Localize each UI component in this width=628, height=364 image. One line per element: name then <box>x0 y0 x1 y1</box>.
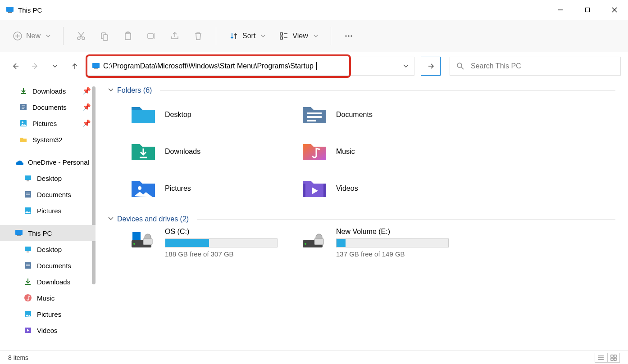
svg-rect-17 <box>148 34 153 38</box>
folder-item-documents[interactable]: Documents <box>301 99 472 130</box>
maximize-button[interactable] <box>574 0 601 20</box>
doc-icon <box>23 190 32 199</box>
svg-rect-14 <box>103 35 108 40</box>
drive-item-e[interactable]: New Volume (E:) 137 GB free of 149 GB <box>301 228 472 258</box>
sidebar-item-pictures[interactable]: Pictures 📌 <box>0 115 96 131</box>
video-icon <box>23 326 32 335</box>
desktop-folder-icon <box>130 103 157 126</box>
svg-point-28 <box>457 63 462 67</box>
cut-button[interactable] <box>71 26 91 46</box>
sidebar-item-od-desktop[interactable]: Desktop <box>0 170 96 186</box>
back-button[interactable] <box>7 58 23 74</box>
sidebar-item-pc-documents[interactable]: Documents <box>0 257 96 274</box>
sidebar-item-pc-music[interactable]: Music <box>0 290 96 306</box>
sidebar-item-downloads[interactable]: Downloads 📌 <box>0 83 96 99</box>
desktop-icon <box>23 245 32 254</box>
folder-label: Pictures <box>165 184 191 193</box>
folder-item-desktop[interactable]: Desktop <box>130 99 301 130</box>
sidebar-item-od-pictures[interactable]: Pictures <box>0 202 96 219</box>
address-bar[interactable]: C:\ProgramData\Microsoft\Windows\Start M… <box>86 57 414 76</box>
rename-button[interactable] <box>141 26 162 46</box>
sidebar-item-label: This PC <box>28 229 52 237</box>
pc-icon <box>5 5 14 14</box>
item-count: 8 items <box>8 354 28 361</box>
window-title: This PC <box>18 6 42 14</box>
paste-button[interactable] <box>118 26 138 46</box>
folder-label: Videos <box>336 184 358 193</box>
rule <box>197 219 615 220</box>
folder-item-pictures[interactable]: Pictures <box>130 173 301 204</box>
share-button[interactable] <box>164 26 185 46</box>
svg-rect-75 <box>614 358 616 360</box>
drives-section-header[interactable]: Devices and drives (2) <box>108 215 615 223</box>
svg-rect-55 <box>307 116 322 118</box>
sort-button[interactable]: Sort <box>223 26 271 46</box>
folder-item-videos[interactable]: Videos <box>301 173 472 204</box>
view-label: View <box>292 32 308 40</box>
search-box[interactable]: Search This PC <box>450 57 621 76</box>
svg-point-24 <box>348 35 349 36</box>
new-button[interactable]: New <box>7 26 56 46</box>
svg-rect-44 <box>17 235 21 236</box>
navbar: C:\ProgramData\Microsoft\Windows\Start M… <box>0 52 628 80</box>
view-button[interactable]: View <box>273 26 323 46</box>
drive-item-c[interactable]: OS (C:) 188 GB free of 307 GB <box>130 228 301 258</box>
drive-free-text: 137 GB free of 149 GB <box>336 250 472 258</box>
new-label: New <box>26 32 41 40</box>
svg-rect-68 <box>314 238 323 245</box>
sidebar-item-system32[interactable]: System32 <box>0 131 96 148</box>
sidebar-item-thispc[interactable]: This PC <box>0 225 96 241</box>
svg-rect-26 <box>92 63 100 68</box>
delete-button[interactable] <box>188 26 209 46</box>
up-button[interactable] <box>67 58 83 74</box>
onedrive-icon <box>14 157 23 166</box>
minimize-button[interactable] <box>547 0 574 20</box>
sidebar-item-pc-desktop[interactable]: Desktop <box>0 241 96 257</box>
folders-section-header[interactable]: Folders (6) <box>108 86 615 94</box>
sort-label: Sort <box>242 32 255 40</box>
sidebar-item-documents[interactable]: Documents 📌 <box>0 99 96 115</box>
details-view-button[interactable] <box>595 353 607 363</box>
download-icon <box>23 277 32 286</box>
sidebar-item-label: Desktop <box>37 175 62 182</box>
sidebar-item-pc-downloads[interactable]: Downloads <box>0 274 96 290</box>
drive-usage-bar <box>165 238 278 247</box>
folder-label: Desktop <box>165 111 191 119</box>
svg-point-25 <box>350 35 352 36</box>
pc-icon <box>14 229 23 238</box>
separator <box>331 27 331 45</box>
address-dropdown[interactable] <box>398 63 414 69</box>
sidebar-item-label: Desktop <box>37 246 62 253</box>
sidebar-item-pc-pictures[interactable]: Pictures <box>0 306 96 322</box>
sidebar-item-pc-videos[interactable]: Videos <box>0 322 96 338</box>
drives-header-label: Devices and drives (2) <box>117 215 189 223</box>
tiles-view-button[interactable] <box>607 353 620 363</box>
svg-point-67 <box>305 243 306 245</box>
go-button[interactable] <box>421 57 441 76</box>
svg-rect-45 <box>25 247 31 251</box>
content-area: Folders (6) Desktop Documents Downloads … <box>96 80 628 351</box>
titlebar: This PC <box>0 0 628 20</box>
folder-icon <box>19 135 28 144</box>
sidebar-item-label: Pictures <box>37 310 61 318</box>
svg-rect-19 <box>280 33 282 35</box>
sidebar-item-onedrive[interactable]: OneDrive - Personal <box>0 154 96 170</box>
videos-folder-icon <box>301 177 328 200</box>
pin-icon: 📌 <box>82 87 91 95</box>
address-path: C:\ProgramData\Microsoft\Windows\Start M… <box>103 62 314 70</box>
svg-rect-59 <box>303 184 305 197</box>
copy-button[interactable] <box>94 26 115 46</box>
close-button[interactable] <box>601 0 628 20</box>
folder-item-music[interactable]: Music <box>301 136 472 167</box>
svg-rect-72 <box>611 355 613 357</box>
sidebar-item-od-documents[interactable]: Documents <box>0 186 96 202</box>
folder-item-downloads[interactable]: Downloads <box>130 136 301 167</box>
folders-header-label: Folders (6) <box>117 86 152 94</box>
forward-button[interactable] <box>27 58 43 74</box>
more-button[interactable] <box>338 26 359 46</box>
pin-icon: 📌 <box>82 103 91 111</box>
svg-point-62 <box>133 243 135 245</box>
doc-icon <box>23 261 32 270</box>
folder-label: Music <box>336 148 355 156</box>
recent-button[interactable] <box>47 58 63 74</box>
